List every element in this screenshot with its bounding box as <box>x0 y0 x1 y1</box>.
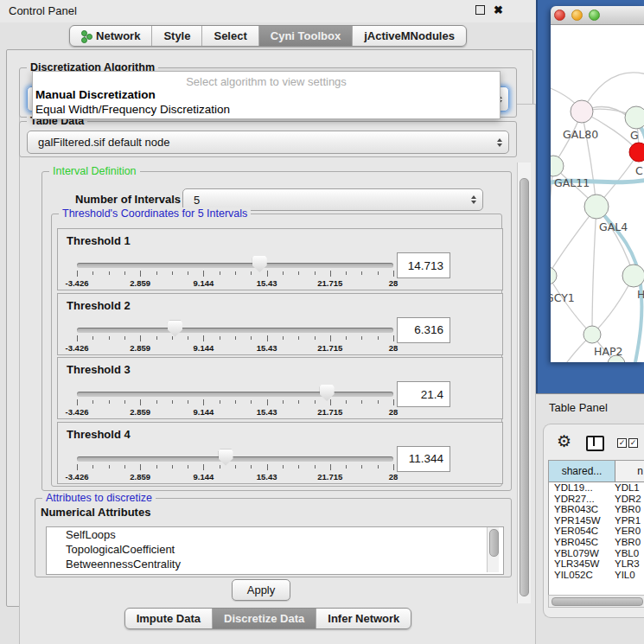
table-row[interactable]: YBL079WYBL0 <box>549 548 644 559</box>
table-row[interactable]: YDR27...YDR2 <box>549 494 644 505</box>
network-node-red[interactable] <box>629 143 644 162</box>
table-hscroll-thumb[interactable] <box>552 597 643 606</box>
popup-option-manual-discretization[interactable]: Manual Discretization <box>35 88 156 101</box>
tab-cyni-toolbox[interactable]: Cyni Toolbox <box>258 26 352 46</box>
node-attribute-table[interactable]: shared... n YDL19...YDL1YDR27...YDR2YBR0… <box>548 460 644 603</box>
list-item[interactable]: BetweennessCentrality <box>47 557 503 571</box>
zoom-traffic-light-icon[interactable] <box>589 10 600 21</box>
table-data-combobox[interactable]: galFiltered.sif default node <box>27 131 509 154</box>
column-header-shared-name[interactable]: shared... <box>549 461 615 481</box>
tick-mark <box>203 271 204 277</box>
tick-label: 2.859 <box>130 472 150 481</box>
cell-name: YBL0 <box>615 548 644 559</box>
network-edge[interactable] <box>592 207 596 335</box>
gear-icon[interactable]: ⚙ <box>557 431 571 450</box>
tick-mark <box>315 465 316 469</box>
network-graph: GAL80GCGAL11GAL4GCY1HHAP2 <box>551 25 644 362</box>
popup-option-equal-width-frequency[interactable]: Equal Width/Frequency Discretization <box>35 103 230 116</box>
apply-button[interactable]: Apply <box>232 579 290 601</box>
list-item[interactable]: SelfLoops <box>47 527 503 542</box>
table-row[interactable]: YBR045CYBR0 <box>549 537 644 548</box>
table-row[interactable]: YDL19...YDL1 <box>549 482 644 494</box>
slider-track[interactable] <box>77 392 393 397</box>
tick-mark <box>140 271 141 277</box>
network-node-green[interactable] <box>622 265 644 287</box>
network-node-green[interactable] <box>584 194 609 219</box>
threshold-label: Threshold 1 <box>67 234 131 247</box>
threshold-value-field[interactable]: 6.316 <box>397 317 450 343</box>
attributes-scrollbar[interactable] <box>487 527 499 572</box>
tick-mark <box>298 465 299 469</box>
slider-track[interactable] <box>77 263 393 268</box>
table-row[interactable]: YIL052CYIL0 <box>549 570 644 581</box>
tick-mark <box>172 271 173 275</box>
tab-jactivemnodules[interactable]: jActiveMNodules <box>352 26 466 46</box>
threshold-value-field[interactable]: 14.713 <box>397 252 450 278</box>
bottom-tab-infer-network[interactable]: Infer Network <box>316 609 411 628</box>
network-node-label: GAL4 <box>599 220 628 233</box>
minimize-traffic-light-icon[interactable] <box>571 10 583 21</box>
bottom-tab-label: Impute Data <box>137 612 201 625</box>
network-node-label: C <box>635 164 643 177</box>
tick-mark <box>393 399 394 405</box>
float-window-icon[interactable] <box>475 5 485 15</box>
table-row[interactable]: YLR345WYLR3 <box>549 558 644 570</box>
table-row[interactable]: YBR043CYBR0 <box>549 504 644 515</box>
tick-mark <box>330 464 331 470</box>
network-node-pink[interactable] <box>571 100 593 123</box>
list-item[interactable]: TopologicalCoefficient <box>47 542 503 557</box>
tick-mark <box>235 336 236 340</box>
checkbox-icon[interactable]: ✓ <box>628 438 638 448</box>
bottom-tab-discretize-data[interactable]: Discretize Data <box>212 609 316 628</box>
threshold-label: Threshold 4 <box>67 428 131 441</box>
slider-track[interactable] <box>77 328 393 333</box>
tab-label: jActiveMNodules <box>364 29 455 42</box>
attributes-group-title: Attributes to discretize <box>42 492 156 504</box>
network-edge[interactable] <box>551 276 592 335</box>
tick-label: -3.426 <box>66 407 89 417</box>
threshold-value-field[interactable]: 21.4 <box>397 381 450 407</box>
tick-mark <box>330 335 331 341</box>
settings-scrollbar[interactable] <box>517 163 531 603</box>
tab-style[interactable]: Style <box>151 26 201 46</box>
settings-scrollbar-thumb[interactable] <box>520 178 529 596</box>
tick-label: 21.715 <box>317 472 342 481</box>
network-node-green[interactable] <box>625 106 644 129</box>
column-header-name[interactable]: n <box>615 461 644 481</box>
tick-mark <box>267 335 268 341</box>
table-row[interactable]: YPR145WYPR1 <box>549 515 644 526</box>
table-horizontal-scrollbar[interactable] <box>548 595 644 608</box>
num-intervals-value: 5 <box>194 194 200 207</box>
popup-hint: Select algorithm to view settings <box>33 75 500 88</box>
split-table-icon[interactable] <box>586 436 604 451</box>
tick-label: 9.144 <box>194 472 214 481</box>
slider-ruler: -3.4262.8599.14415.4321.71528 <box>77 399 393 406</box>
tick-label: 15.43 <box>257 407 277 417</box>
attributes-group: Attributes to discretize Numerical Attri… <box>35 498 512 577</box>
panel-title: Control Panel <box>9 4 77 17</box>
close-traffic-light-icon[interactable] <box>554 10 565 21</box>
network-icon <box>81 30 92 42</box>
checkbox-icon[interactable]: ✓ <box>617 438 627 448</box>
bottom-tab-impute-data[interactable]: Impute Data <box>125 609 212 628</box>
tab-select[interactable]: Select <box>201 26 258 46</box>
tick-mark <box>140 335 141 341</box>
tick-mark <box>124 465 125 469</box>
bottom-tab-label: Infer Network <box>328 612 399 625</box>
close-icon[interactable]: ✖ <box>494 5 503 15</box>
network-window-titlebar[interactable] <box>551 6 644 25</box>
network-node-green[interactable] <box>583 326 601 343</box>
table-row[interactable]: YER054CYER0 <box>549 526 644 537</box>
tick-label: 15.43 <box>257 472 277 481</box>
network-edge[interactable] <box>582 112 596 207</box>
slider-track[interactable] <box>77 456 393 462</box>
threshold-value-field[interactable]: 11.344 <box>397 446 450 472</box>
network-canvas[interactable]: GAL80GCGAL11GAL4GCY1HHAP2 <box>551 25 644 362</box>
slider-ruler: -3.4262.8599.14415.4321.71528 <box>77 271 393 277</box>
numerical-attributes-list[interactable]: SelfLoopsTopologicalCoefficientBetweenne… <box>46 526 504 575</box>
network-node-green[interactable] <box>551 267 557 284</box>
interval-definition-group: Interval Definition Number of Intervals … <box>41 171 512 491</box>
network-node-green[interactable] <box>551 156 564 176</box>
tab-network[interactable]: Network <box>70 26 151 46</box>
attributes-scrollbar-thumb[interactable] <box>489 529 499 557</box>
